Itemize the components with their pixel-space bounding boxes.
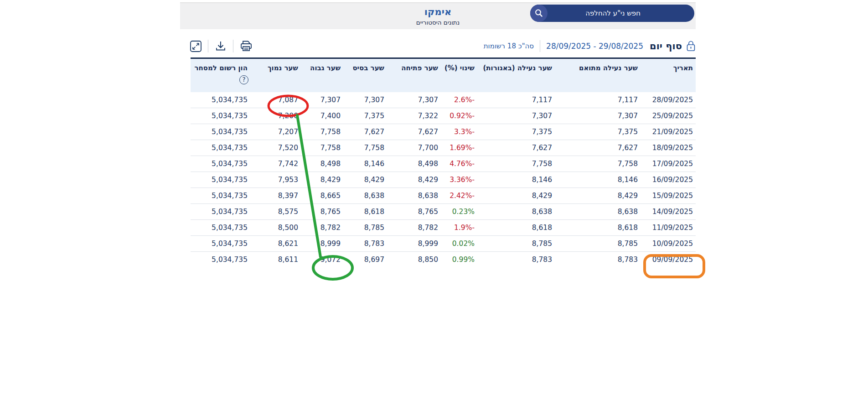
table-row: 15/09/2025 8,429 8,429 -2.42% 8,638 8,63… <box>191 188 696 204</box>
cell-change-pct: 0.23% <box>441 204 478 220</box>
col-header-capital: הון רשום למסחר ? <box>191 58 251 92</box>
table-row: 28/09/2025 7,117 7,117 -2.6% 7,307 7,307… <box>191 92 696 108</box>
cell-capital: 5,034,735 <box>191 156 251 172</box>
col-header-date: תאריך <box>641 58 696 92</box>
cell-change-pct: -3.36% <box>441 172 478 188</box>
cell-base: 8,638 <box>344 188 388 204</box>
cell-close-agorot: 8,429 <box>478 188 555 204</box>
cell-open: 8,498 <box>388 156 441 172</box>
header-row: תאריך שער נעילה מתואם שער נעילה (באגורות… <box>191 58 696 92</box>
cell-change-pct: -2.6% <box>441 92 478 108</box>
print-icon[interactable] <box>239 40 253 52</box>
cell-low: 7,520 <box>251 140 301 156</box>
cell-close-agorot: 8,783 <box>478 252 555 268</box>
cell-close-agorot: 7,375 <box>478 124 555 140</box>
cell-close-agorot: 8,785 <box>478 236 555 252</box>
toolbar-divider <box>233 40 233 52</box>
cell-date: 09/09/2025 <box>641 252 696 268</box>
cell-change-pct: -2.42% <box>441 188 478 204</box>
security-search-input[interactable]: חפש ני"ע להחלפה <box>530 5 694 22</box>
cell-change-pct: -1.9% <box>441 220 478 236</box>
table-row: 10/09/2025 8,785 8,785 0.02% 8,999 8,783… <box>191 236 696 252</box>
cell-high: 7,400 <box>301 108 344 124</box>
cell-high: 8,498 <box>301 156 344 172</box>
records-total: סה"כ 18 רשומות <box>484 42 534 50</box>
cell-capital: 5,034,735 <box>191 108 251 124</box>
search-icon[interactable] <box>530 5 548 22</box>
cell-low: 8,611 <box>251 252 301 268</box>
cell-open: 7,322 <box>388 108 441 124</box>
cell-base: 8,618 <box>344 204 388 220</box>
cell-close-agorot: 8,618 <box>478 220 555 236</box>
cell-high: 8,429 <box>301 172 344 188</box>
cell-date: 21/09/2025 <box>641 124 696 140</box>
cell-close-agorot: 7,627 <box>478 140 555 156</box>
table-actions <box>190 39 253 53</box>
table-toolbar: סוף יום 28/09/2025 - 29/08/2025 סה"כ 18 … <box>484 38 696 54</box>
help-icon[interactable]: ? <box>239 75 248 84</box>
cell-change-pct: -4.76% <box>441 156 478 172</box>
download-icon[interactable] <box>214 40 227 52</box>
cell-high: 7,758 <box>301 140 344 156</box>
col-header-capital-label: הון רשום למסחר <box>191 64 248 72</box>
table-row: 09/09/2025 8,783 8,783 0.99% 8,850 8,697… <box>191 252 696 268</box>
cell-adjusted-close: 8,618 <box>555 220 641 236</box>
cell-open: 8,765 <box>388 204 441 220</box>
cell-capital: 5,034,735 <box>191 220 251 236</box>
cell-change-pct: 0.99% <box>441 252 478 268</box>
cell-low: 7,207 <box>251 124 301 140</box>
cell-adjusted-close: 7,375 <box>555 124 641 140</box>
cell-base: 8,146 <box>344 156 388 172</box>
cell-adjusted-close: 8,783 <box>555 252 641 268</box>
col-header-change-pct: שינוי (%) <box>441 58 478 92</box>
cell-low: 7,953 <box>251 172 301 188</box>
cell-open: 8,638 <box>388 188 441 204</box>
col-header-close-agorot: שער נעילה (באגורות) <box>478 58 555 92</box>
cell-open: 7,307 <box>388 92 441 108</box>
col-header-low: שער נמוך <box>251 58 301 92</box>
cell-base: 7,375 <box>344 108 388 124</box>
cell-low: 8,500 <box>251 220 301 236</box>
cell-date: 11/09/2025 <box>641 220 696 236</box>
cell-close-agorot: 7,307 <box>478 108 555 124</box>
cell-open: 8,850 <box>388 252 441 268</box>
cell-base: 8,429 <box>344 172 388 188</box>
cell-base: 8,697 <box>344 252 388 268</box>
cell-change-pct: -0.92% <box>441 108 478 124</box>
toolbar-divider <box>540 40 540 52</box>
cell-close-agorot: 8,146 <box>478 172 555 188</box>
period-label: סוף יום <box>650 41 682 52</box>
expand-icon[interactable] <box>190 40 202 52</box>
cell-date: 17/09/2025 <box>641 156 696 172</box>
cell-open: 7,700 <box>388 140 441 156</box>
cell-adjusted-close: 7,117 <box>555 92 641 108</box>
table-row: 17/09/2025 7,758 7,758 -4.76% 8,498 8,14… <box>191 156 696 172</box>
cell-date: 16/09/2025 <box>641 172 696 188</box>
cell-change-pct: 0.02% <box>441 236 478 252</box>
col-header-adjusted-close: שער נעילה מתואם <box>555 58 641 92</box>
cell-date: 25/09/2025 <box>641 108 696 124</box>
cell-adjusted-close: 7,307 <box>555 108 641 124</box>
cell-capital: 5,034,735 <box>191 188 251 204</box>
toolbar-divider <box>208 40 208 52</box>
cell-adjusted-close: 7,627 <box>555 140 641 156</box>
cell-low: 7,200 <box>251 108 301 124</box>
cell-change-pct: -3.3% <box>441 124 478 140</box>
cell-base: 8,783 <box>344 236 388 252</box>
cell-low: 7,742 <box>251 156 301 172</box>
table-row: 21/09/2025 7,375 7,375 -3.3% 7,627 7,627… <box>191 124 696 140</box>
cell-low: 8,621 <box>251 236 301 252</box>
table-row: 11/09/2025 8,618 8,618 -1.9% 8,782 8,785… <box>191 220 696 236</box>
cell-base: 7,627 <box>344 124 388 140</box>
lock-icon <box>686 40 696 52</box>
col-header-base: שער בסיס <box>344 58 388 92</box>
cell-adjusted-close: 8,638 <box>555 204 641 220</box>
cell-high: 8,782 <box>301 220 344 236</box>
cell-adjusted-close: 8,429 <box>555 188 641 204</box>
cell-capital: 5,034,735 <box>191 124 251 140</box>
cell-high: 8,665 <box>301 188 344 204</box>
search-placeholder: חפש ני"ע להחלפה <box>585 5 641 22</box>
cell-adjusted-close: 8,785 <box>555 236 641 252</box>
cell-date: 15/09/2025 <box>641 188 696 204</box>
table-row: 14/09/2025 8,638 8,638 0.23% 8,765 8,618… <box>191 204 696 220</box>
